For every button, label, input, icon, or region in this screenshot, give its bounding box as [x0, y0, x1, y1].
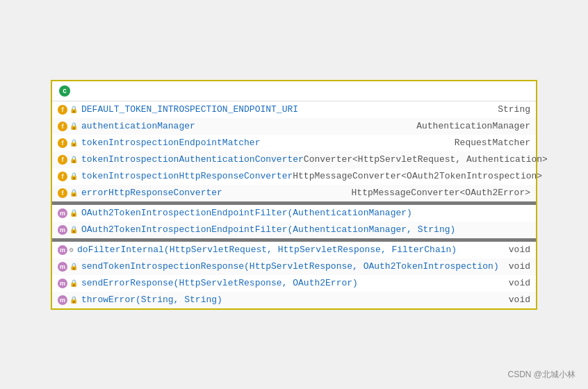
lock-icon: 🔒	[70, 189, 78, 197]
field-icon: f	[58, 138, 67, 148]
watermark: CSDN @北城小林	[507, 369, 575, 381]
constructors-section: m🔒OAuth2TokenIntrospectionEndpointFilter…	[52, 205, 536, 238]
field-row: f🔒authenticationManagerAuthenticationMan…	[52, 118, 536, 135]
class-panel: c f🔒DEFAULT_TOKEN_INTROSPECTION_ENDPOINT…	[51, 80, 537, 310]
method-row: m⚙doFilterInternal(HttpServletRequest, H…	[52, 242, 536, 258]
return-type: void	[509, 245, 530, 255]
fields-section: f🔒DEFAULT_TOKEN_INTROSPECTION_ENDPOINT_U…	[52, 101, 536, 201]
constructor-signature: OAuth2TokenIntrospectionEndpointFilter(A…	[81, 224, 530, 235]
method-signature: doFilterInternal(HttpServletRequest, Htt…	[77, 245, 509, 255]
field-type: HttpMessageConverter<OAuth2Error>	[352, 188, 530, 198]
lock-icon: 🔒	[70, 209, 78, 217]
method-row: m🔒sendErrorResponse(HttpServletResponse,…	[52, 275, 536, 292]
field-name: authenticationManager	[81, 121, 195, 131]
field-row: f🔒tokenIntrospectionAuthenticationConver…	[52, 151, 536, 168]
field-name: tokenIntrospectionHttpResponseConverter	[81, 171, 293, 181]
lock-icon: 🔒	[70, 296, 78, 304]
lock-icon: 🔒	[70, 156, 78, 164]
method-icon: m	[58, 208, 67, 218]
lock-icon: 🔒	[70, 122, 78, 131]
return-type: void	[509, 295, 530, 305]
lock-icon: 🔒	[70, 263, 78, 271]
lock-icon: 🔒	[70, 172, 78, 181]
method-signature: sendTokenIntrospectionResponse(HttpServl…	[81, 261, 509, 272]
method-icon: m	[58, 262, 67, 272]
gear-icon: ⚙	[70, 246, 74, 254]
constructor-signature: OAuth2TokenIntrospectionEndpointFilter(A…	[81, 208, 530, 218]
constructor-row: m🔒OAuth2TokenIntrospectionEndpointFilter…	[52, 205, 536, 222]
field-row: f🔒errorHttpResponseConverterHttpMessageC…	[52, 185, 536, 201]
return-type: void	[509, 278, 530, 288]
field-row: f🔒DEFAULT_TOKEN_INTROSPECTION_ENDPOINT_U…	[52, 101, 536, 118]
field-name: tokenIntrospectionAuthenticationConverte…	[81, 154, 304, 165]
lock-icon: 🔒	[70, 279, 78, 288]
field-type: String	[498, 104, 530, 115]
field-row: f🔒tokenIntrospectionHttpResponseConverte…	[52, 168, 536, 185]
method-signature: throwError(String, String)	[81, 295, 509, 305]
method-icon: m	[58, 279, 67, 288]
field-name: errorHttpResponseConverter	[81, 188, 222, 198]
lock-icon: 🔒	[70, 226, 78, 234]
lock-icon: 🔒	[70, 139, 78, 147]
field-type: Converter<HttpServletRequest, Authentica…	[304, 154, 548, 165]
methods-section: m⚙doFilterInternal(HttpServletRequest, H…	[52, 242, 536, 308]
field-icon: f	[58, 188, 67, 198]
class-icon: c	[59, 85, 70, 97]
field-type: RequestMatcher	[455, 138, 530, 148]
field-icon: f	[58, 172, 67, 181]
panel-header: c	[52, 81, 536, 101]
method-icon: m	[58, 225, 67, 235]
method-row: m🔒sendTokenIntrospectionResponse(HttpSer…	[52, 258, 536, 275]
method-row: m🔒throwError(String, String)void	[52, 292, 536, 308]
method-signature: sendErrorResponse(HttpServletResponse, O…	[81, 278, 509, 288]
constructor-row: m🔒OAuth2TokenIntrospectionEndpointFilter…	[52, 222, 536, 238]
field-name: DEFAULT_TOKEN_INTROSPECTION_ENDPOINT_URI	[81, 104, 298, 115]
return-type: void	[509, 261, 530, 272]
field-row: f🔒tokenIntrospectionEndpointMatcherReque…	[52, 135, 536, 151]
field-name: tokenIntrospectionEndpointMatcher	[81, 138, 260, 148]
method-icon: m	[58, 295, 67, 305]
method-icon: m	[58, 245, 67, 255]
field-icon: f	[58, 105, 67, 115]
lock-icon: 🔒	[70, 106, 78, 114]
field-type: HttpMessageConverter<OAuth2TokenIntrospe…	[293, 171, 542, 181]
field-icon: f	[58, 155, 67, 165]
field-type: AuthenticationManager	[416, 121, 530, 131]
field-icon: f	[58, 122, 67, 131]
